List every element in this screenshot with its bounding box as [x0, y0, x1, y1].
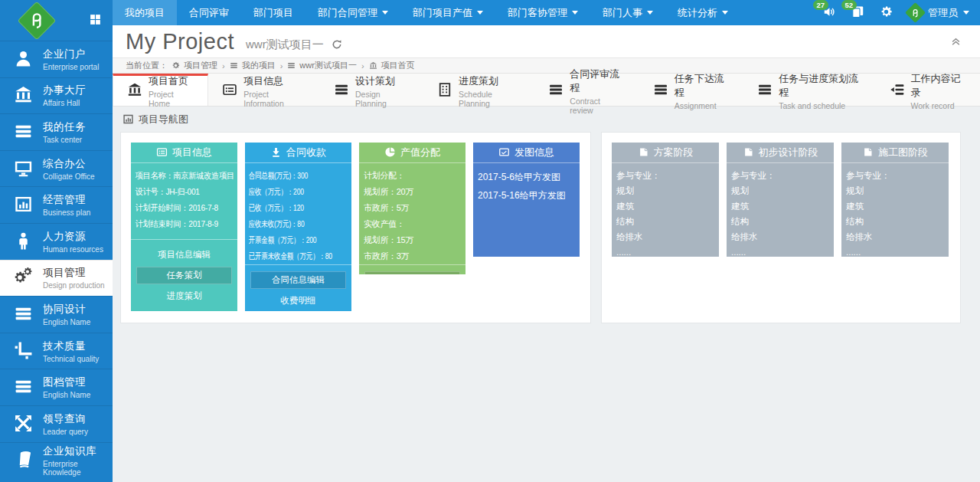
breadcrumb-item-project-management[interactable]: 项目管理	[184, 60, 217, 71]
card-header: 方案阶段	[612, 143, 719, 163]
card-button[interactable]: 进度策划	[136, 287, 232, 305]
card-line: 应收（万元）：200	[245, 184, 351, 200]
tab-sublabel: Design Planning	[355, 90, 407, 108]
box-icon	[743, 146, 754, 159]
tab-design-planning[interactable]: 设计策划Design Planning	[320, 74, 423, 106]
sidebar-item-sublabel: Technical quality	[43, 355, 99, 363]
sidebar-item-business-plan[interactable]: 经营管理Business plan	[0, 186, 113, 223]
tab-work-record[interactable]: 工作内容记录Work record	[876, 74, 980, 106]
card-line: 结构	[841, 214, 949, 229]
card-line: 规划所：15万	[359, 232, 466, 248]
user-avatar-logo-icon	[905, 2, 926, 23]
topbar-nav-item[interactable]: 部门项目产值	[400, 0, 495, 25]
card-line: 建筑	[612, 198, 719, 214]
card-line: ......	[841, 244, 949, 257]
card-title: 施工图阶段	[878, 146, 928, 159]
sidebar-item-affairs-hall[interactable]: 办事大厅Affairs Hall	[0, 77, 113, 114]
card-button[interactable]: 收费明细	[250, 292, 346, 310]
card-body: 项目名称：南京新城改造项目设计号：JH-归-001计划开始时间：2016-7-8…	[131, 163, 237, 232]
card-button[interactable]: 合同信息编辑	[250, 271, 346, 289]
sidebar-item-label: 领导查询	[43, 412, 88, 426]
apps-grid-icon[interactable]	[89, 13, 102, 28]
card-body: 参与专业：规划建筑结构给排水......	[727, 163, 834, 257]
tab-contract-review[interactable]: 合同评审流程Contract review	[534, 74, 639, 106]
sidebar-item-collaborative-design[interactable]: 协同设计English Name	[0, 296, 113, 333]
announcements-icon[interactable]: 27	[823, 5, 836, 21]
breadcrumb-item-current-project[interactable]: wwr测试项目一	[299, 60, 357, 71]
card-line: 参与专业：	[612, 168, 719, 183]
tab-task-and-schedule[interactable]: 任务与进度策划流程Task and schedule	[743, 74, 875, 106]
sidebar-item-project-management[interactable]: 项目管理Design production	[0, 260, 113, 297]
bar-chart-icon	[11, 194, 34, 216]
breadcrumb-item-project-home[interactable]: 项目首页	[381, 60, 415, 71]
card-header: 产值分配	[359, 143, 466, 163]
sidebar-item-enterprise-portal[interactable]: 企业门户Enterprise portal	[0, 41, 113, 77]
tab-strip: 项目首页Project Home 项目信息Project Information…	[113, 74, 980, 107]
card-line: 给排水	[727, 229, 834, 244]
sidebar-item-label: 经营管理	[43, 193, 90, 207]
card-body: 2017-5-6给甲方发图2017-5-16给甲方发图	[473, 163, 580, 205]
topbar-right: 27 52 管理员	[823, 0, 980, 25]
topbar-nav-item[interactable]: 合同评审	[177, 0, 241, 25]
sidebar-item-archive-management[interactable]: 图档管理English Name	[0, 369, 113, 405]
sidebar-item-enterprise-knowledge[interactable]: 企业知识库Enterprise Knowledge	[0, 442, 113, 479]
topbar-nav: 我的项目 合同评审 部门项目 部门合同管理 部门项目产值 部门客协管理 部门人事…	[113, 0, 740, 25]
building-icon	[437, 82, 452, 100]
card-line: 设计号：JH-归-001	[131, 184, 237, 200]
sidebar-item-task-center[interactable]: 我的任务Task center	[0, 113, 113, 150]
refresh-icon[interactable]	[332, 39, 342, 51]
sidebar-item-label: 办事大厅	[43, 84, 86, 97]
page-title: My Project	[126, 29, 234, 54]
card-line: 规划	[612, 183, 719, 198]
book-icon	[11, 449, 34, 471]
topbar-nav-item[interactable]: 部门人事	[590, 0, 665, 25]
breadcrumb-item-my-projects[interactable]: 我的项目	[242, 60, 276, 71]
app-logo-icon[interactable]	[18, 1, 57, 40]
sidebar-item-human-resources[interactable]: 人力资源Human resources	[0, 223, 113, 260]
topbar-nav-item[interactable]: 部门合同管理	[305, 0, 400, 25]
topbar-nav-item[interactable]: 统计分析	[665, 0, 740, 25]
sidebar-item-technical-quality[interactable]: 技术质量Technical quality	[0, 333, 113, 369]
topbar-nav-item[interactable]: 部门客协管理	[495, 0, 590, 25]
card-line: 计划结束时间：2017-8-9	[131, 216, 237, 232]
card-list-icon	[222, 82, 237, 100]
gears-icon	[11, 267, 34, 289]
card-header: 项目信息	[131, 143, 237, 163]
topbar-nav-item[interactable]: 部门项目	[241, 0, 305, 25]
section-title: 项目导航图	[139, 113, 188, 126]
sidebar-item-sublabel: English Name	[43, 318, 90, 326]
tab-assignment[interactable]: 任务下达流程Assignment	[639, 74, 743, 106]
card-line: 2017-5-6给甲方发图	[473, 168, 580, 186]
sidebar-item-sublabel: Colligate Office	[43, 172, 95, 181]
tab-project-information[interactable]: 项目信息Project Information	[208, 74, 320, 106]
card-buttons: 计划产值分配明细	[359, 264, 466, 274]
crop-icon	[11, 340, 34, 362]
tab-label: 进度策划	[459, 74, 518, 88]
settings-gear-icon[interactable]	[880, 5, 893, 21]
chart-icon	[122, 113, 134, 126]
user-menu[interactable]: 管理员	[908, 5, 969, 20]
card-button[interactable]: 任务策划	[136, 267, 232, 284]
sidebar: 企业门户Enterprise portal 办事大厅Affairs Hall 我…	[0, 0, 113, 482]
sidebar-item-label: 协同设计	[43, 303, 90, 316]
sidebar-item-label: 项目管理	[43, 266, 105, 280]
card-button[interactable]: 项目信息编辑	[136, 246, 232, 264]
sidebar-item-leader-query[interactable]: 领导查询Leader query	[0, 405, 113, 442]
user-name: 管理员	[928, 6, 958, 20]
topbar-nav-item[interactable]: 我的项目	[113, 0, 177, 25]
card-body: 计划分配：规划所：20万市政所：5万实收产值：规划所：15万市政所：3万	[359, 163, 466, 264]
tab-schedule-planning[interactable]: 进度策划Schedule Planning	[423, 74, 534, 106]
tab-project-home[interactable]: 项目首页Project Home	[113, 74, 208, 106]
list-icon	[230, 61, 238, 70]
card-line: 合同总额(万元)：300	[245, 168, 351, 184]
documents-icon[interactable]: 52	[851, 5, 864, 21]
sidebar-item-colligate-office[interactable]: 综合办公Colligate Office	[0, 150, 113, 187]
card-line: 应收未收(万元)：80	[245, 216, 351, 232]
card-button[interactable]: 计划产值分配明细	[364, 271, 460, 274]
collapse-panel-icon[interactable]	[950, 35, 962, 48]
card-header: 合同收款	[245, 143, 351, 163]
box-icon	[638, 146, 649, 159]
sidebar-item-sublabel: Task center	[43, 136, 86, 144]
sidebar-menu: 企业门户Enterprise portal 办事大厅Affairs Hall 我…	[0, 41, 113, 478]
card-title: 方案阶段	[654, 146, 694, 159]
